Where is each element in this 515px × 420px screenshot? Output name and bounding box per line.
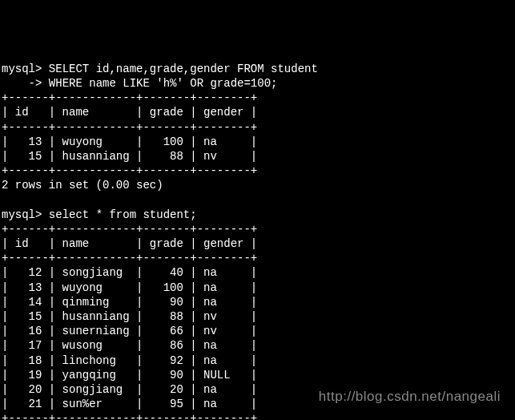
table-border: +------+------------+-------+--------+ [2, 223, 257, 236]
terminal-output: mysql> SELECT id,name,grade,gender FROM … [2, 62, 513, 420]
result-summary: 2 rows in set (0.00 sec) [2, 179, 163, 192]
table-row: | 12 | songjiang | 40 | na | [2, 266, 257, 279]
table-row: | 21 | sun%er | 95 | na | [2, 398, 257, 410]
table-row: | 16 | sunerniang | 66 | nv | [2, 325, 257, 337]
mysql-cont-prompt: -> [2, 77, 42, 90]
table-border: +------+------------+-------+--------+ [2, 91, 257, 104]
table-border: +------+------------+-------+--------+ [2, 121, 257, 134]
table-row: | 20 | songjiang | 20 | na | [2, 383, 257, 396]
table-row: | 19 | yangqing | 90 | NULL | [2, 369, 257, 382]
table-border: +------+------------+-------+--------+ [2, 412, 257, 420]
table-row: | 13 | wuyong | 100 | na | [2, 281, 257, 294]
table-header: | id | name | grade | gender | [2, 106, 257, 119]
table-border: +------+------------+-------+--------+ [2, 252, 257, 265]
table-row: | 15 | husanniang | 88 | nv | [2, 150, 257, 163]
table-border: +------+------------+-------+--------+ [2, 164, 257, 177]
table-header: | id | name | grade | gender | [2, 237, 257, 250]
watermark-text: http://blog.csdn.net/nangeali [319, 388, 501, 406]
query1-line1: SELECT id,name,grade,gender FROM student [42, 63, 317, 75]
mysql-prompt: mysql> [2, 208, 42, 221]
table-row: | 17 | wusong | 86 | na | [2, 339, 257, 352]
query1-line2: WHERE name LIKE 'h%' OR grade=100; [42, 77, 277, 90]
table-row: | 15 | husanniang | 88 | nv | [2, 310, 257, 323]
table-row: | 18 | linchong | 92 | na | [2, 354, 257, 367]
mysql-prompt: mysql> [2, 63, 42, 75]
table-row: | 14 | qinming | 90 | na | [2, 296, 257, 309]
query2: select * from student; [42, 208, 196, 221]
table-row: | 13 | wuyong | 100 | na | [2, 135, 257, 148]
